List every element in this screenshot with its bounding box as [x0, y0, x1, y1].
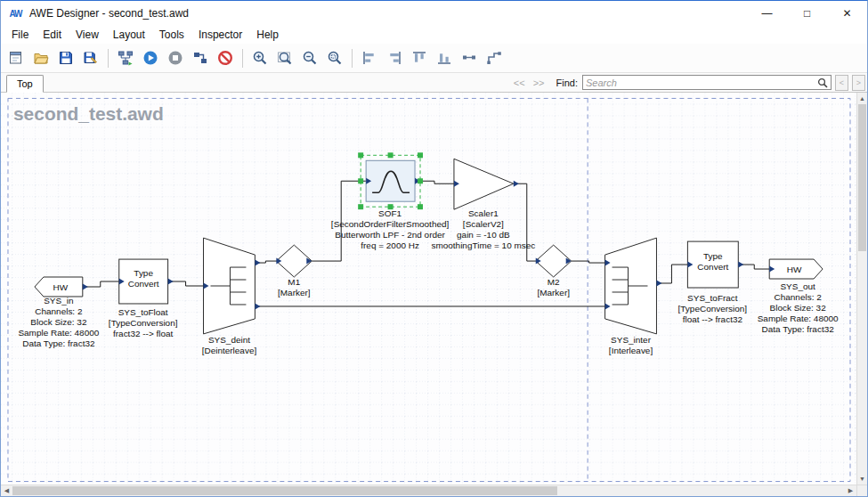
svg-text:M1: M1	[288, 277, 300, 287]
svg-text:M2: M2	[548, 277, 560, 287]
menu-layout[interactable]: Layout	[106, 27, 152, 43]
run-button[interactable]	[138, 46, 163, 69]
block-sys-inter[interactable]	[605, 238, 662, 334]
block-sys-out[interactable]: HW	[769, 259, 823, 279]
menu-view[interactable]: View	[69, 27, 106, 43]
caption-sys-tofract: SYS_toFract [TypeConversion] float --> f…	[678, 293, 748, 324]
window-title: AWE Designer - second_test.awd	[29, 7, 189, 20]
vertical-scrollbar[interactable]: ▲ ▼	[856, 93, 867, 485]
zoom-out-button[interactable]	[297, 46, 322, 69]
svg-text:SYS_toFloat: SYS_toFloat	[118, 307, 168, 317]
align-top-button[interactable]	[407, 46, 432, 69]
svg-text:gain = -10 dB: gain = -10 dB	[457, 230, 510, 240]
block-label: HW	[53, 282, 69, 292]
zoom-selection-icon	[327, 50, 343, 66]
svg-text:SYS_deint: SYS_deint	[208, 335, 250, 345]
close-button[interactable]: ✕	[827, 1, 867, 26]
save-as-icon	[83, 50, 99, 66]
tab-top[interactable]: Top	[6, 75, 44, 93]
connect-icon	[461, 50, 477, 66]
save-button[interactable]	[53, 46, 78, 69]
svg-text:SYS_out: SYS_out	[780, 281, 815, 291]
caption-sys-tofloat: SYS_toFloat [TypeConversion] fract32 -->…	[109, 307, 178, 338]
block-sof1[interactable]	[358, 152, 423, 209]
svg-text:Sample Rate: 48000: Sample Rate: 48000	[18, 328, 99, 338]
block-sys-tofloat[interactable]: Type Convert	[119, 259, 174, 304]
toolbar	[1, 44, 867, 73]
vertical-scroll-thumb[interactable]	[858, 104, 866, 251]
align-right-button[interactable]	[382, 46, 407, 69]
align-top-icon	[411, 50, 427, 66]
zoom-in-button[interactable]	[247, 46, 272, 69]
block-label: Convert	[697, 262, 728, 272]
horizontal-scrollbar[interactable]: ◀ ▶	[1, 485, 867, 496]
profile-button[interactable]	[188, 46, 213, 69]
menu-help[interactable]: Help	[249, 27, 286, 43]
find-forward-button[interactable]: >>	[531, 77, 548, 88]
maximize-button[interactable]: □	[787, 1, 827, 26]
generate-target-button[interactable]	[113, 46, 138, 69]
horizontal-scroll-thumb[interactable]	[12, 486, 557, 495]
zoom-selection-button[interactable]	[322, 46, 347, 69]
toolbar-separator	[242, 49, 243, 68]
zoom-fit-button[interactable]	[272, 46, 297, 69]
horizontal-scroll-track[interactable]	[557, 485, 845, 496]
svg-text:[Marker]: [Marker]	[278, 288, 311, 297]
block-label: HW	[787, 265, 802, 274]
svg-text:[Marker]: [Marker]	[537, 288, 570, 297]
caption-sys-inter: SYS_inter [Interleave]	[609, 335, 653, 355]
search-input[interactable]	[586, 77, 817, 88]
scroll-left-arrow[interactable]: ◀	[1, 485, 12, 496]
find-back-button[interactable]: <<	[511, 77, 528, 88]
stop-button[interactable]	[163, 46, 188, 69]
svg-text:Scaler1: Scaler1	[468, 208, 499, 218]
minimize-button[interactable]: —	[747, 1, 787, 26]
title-bar: AW AWE Designer - second_test.awd — □ ✕	[1, 1, 867, 26]
route-icon	[486, 50, 502, 66]
caption-sys-deint: SYS_deint [Deinterleave]	[202, 335, 257, 355]
toolbar-separator	[108, 49, 109, 68]
vertical-scroll-track[interactable]	[857, 251, 867, 473]
menu-file[interactable]: File	[4, 27, 36, 43]
design-canvas[interactable]: second_test.awd HW SYS_in	[1, 93, 856, 485]
halt-button[interactable]	[213, 46, 238, 69]
align-left-button[interactable]	[357, 46, 382, 69]
new-design-button[interactable]	[4, 46, 28, 69]
scroll-right-arrow[interactable]: ▶	[845, 485, 856, 496]
stop-icon	[167, 50, 183, 66]
connect-button[interactable]	[457, 46, 482, 69]
svg-text:smoothingTime = 10 msec: smoothingTime = 10 msec	[431, 240, 535, 250]
svg-text:Block Size: 32: Block Size: 32	[30, 317, 87, 327]
tab-scroll-left-button[interactable]: <	[835, 75, 848, 91]
scroll-down-arrow[interactable]: ▼	[857, 473, 867, 485]
align-right-icon	[386, 50, 402, 66]
open-button[interactable]	[28, 46, 53, 69]
run-icon	[142, 50, 158, 66]
svg-text:freq = 2000 Hz: freq = 2000 Hz	[361, 240, 419, 250]
toolbar-separator	[352, 49, 353, 68]
svg-text:[SecondOrderFilterSmoothed]: [SecondOrderFilterSmoothed]	[331, 219, 450, 229]
save-as-button[interactable]	[78, 46, 103, 69]
block-label: Type	[703, 251, 723, 261]
scroll-up-arrow[interactable]: ▲	[857, 93, 867, 104]
find-nav: << >>	[511, 77, 548, 88]
tab-scroll-right-button[interactable]: >	[852, 75, 865, 91]
svg-text:[TypeConversion]: [TypeConversion]	[678, 304, 748, 314]
search-icon[interactable]	[817, 77, 828, 88]
svg-text:SYS_in: SYS_in	[44, 296, 73, 306]
svg-text:SOF1: SOF1	[378, 208, 402, 218]
tab-bar: Top << >> Find: < >	[1, 73, 867, 93]
block-sys-in[interactable]: HW	[35, 277, 88, 297]
route-button[interactable]	[482, 46, 507, 69]
svg-text:Butterworth LPF - 2nd order: Butterworth LPF - 2nd order	[335, 230, 445, 240]
svg-text:Data Type: fract32: Data Type: fract32	[761, 324, 834, 334]
menu-tools[interactable]: Tools	[152, 27, 191, 43]
scrollbar-corner	[856, 485, 867, 496]
svg-text:Data Type: fract32: Data Type: fract32	[22, 338, 95, 348]
block-label: Convert	[128, 279, 159, 289]
block-sys-tofract[interactable]: Type Convert	[687, 241, 743, 288]
align-bottom-icon	[436, 50, 452, 66]
menu-inspector[interactable]: Inspector	[191, 27, 249, 43]
align-bottom-button[interactable]	[432, 46, 457, 69]
menu-edit[interactable]: Edit	[36, 27, 69, 43]
